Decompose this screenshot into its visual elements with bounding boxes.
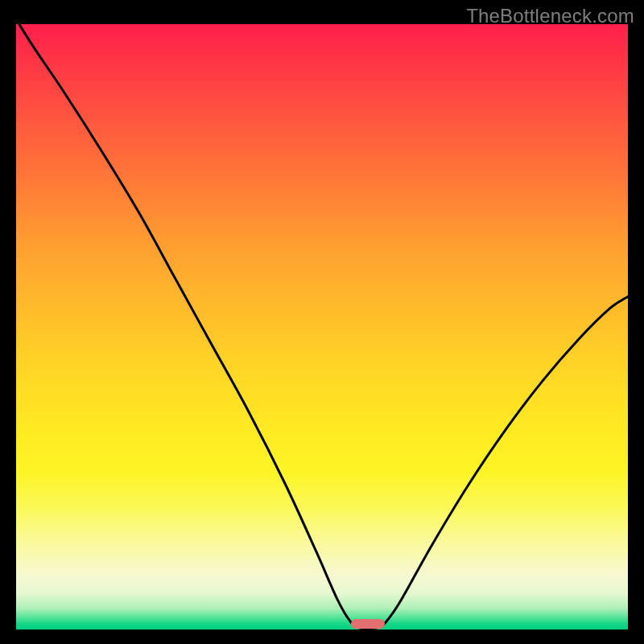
chart-frame: TheBottleneck.com xyxy=(0,0,644,644)
optimal-marker xyxy=(351,619,384,629)
watermark-text: TheBottleneck.com xyxy=(466,5,634,27)
bottleneck-curve xyxy=(19,24,628,629)
curve-svg xyxy=(16,24,628,630)
plot-area xyxy=(16,24,628,630)
